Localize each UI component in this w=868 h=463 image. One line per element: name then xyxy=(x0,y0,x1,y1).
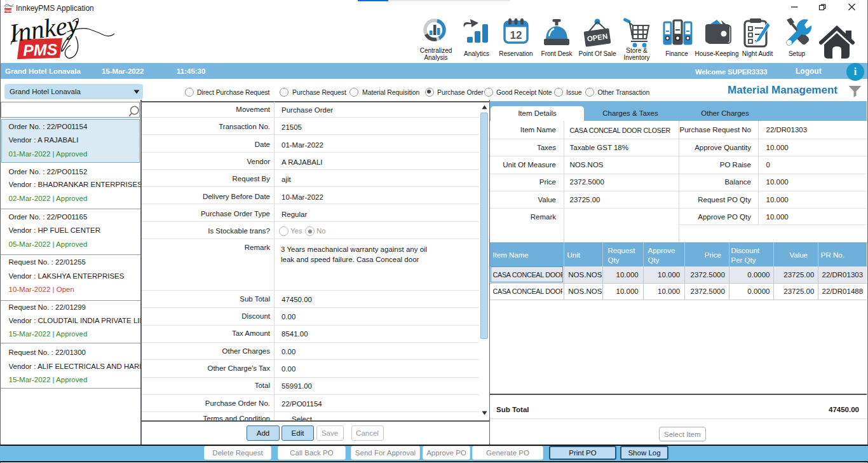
svg-text:12: 12 xyxy=(510,29,522,41)
svg-text:Innkey: Innkey xyxy=(9,16,81,48)
svg-text:PMS: PMS xyxy=(4,9,12,13)
